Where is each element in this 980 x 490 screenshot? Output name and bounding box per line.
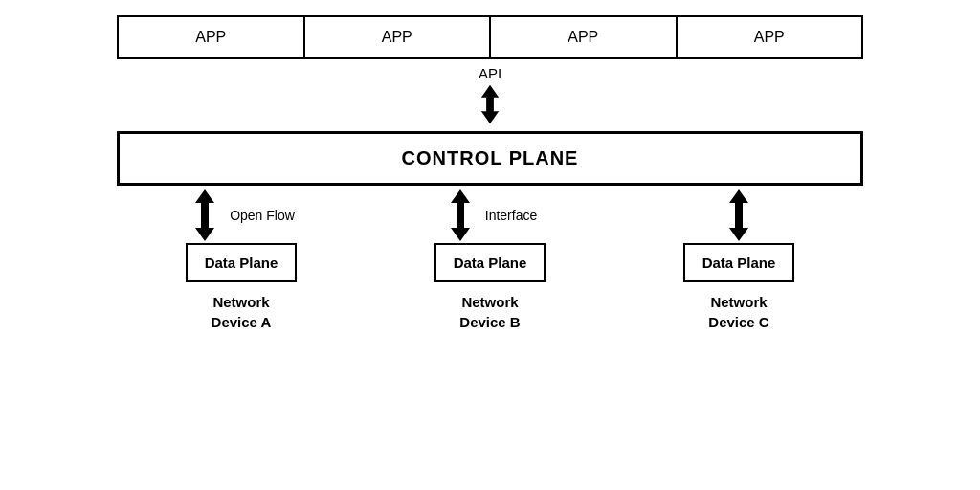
device-b-arrow-icon — [443, 188, 478, 243]
api-label: API — [479, 65, 501, 81]
device-label-b: NetworkDevice B — [459, 292, 520, 332]
data-plane-box-a: Data Plane — [186, 243, 298, 282]
device-a-arrow-section: Open Flow — [136, 188, 346, 243]
app-box-4: APP — [678, 17, 862, 57]
app-row: APP APP APP APP — [117, 15, 863, 59]
device-b-arrow-section: Interface — [385, 188, 595, 243]
app-box-3: APP — [491, 17, 678, 57]
device-label-c: NetworkDevice C — [708, 292, 768, 332]
app-box-2: APP — [305, 17, 492, 57]
data-plane-box-b: Data Plane — [434, 243, 546, 282]
device-a-arrow-icon — [188, 188, 222, 243]
interface-label: Interface — [485, 208, 537, 223]
svg-marker-5 — [451, 203, 470, 241]
api-section: API — [473, 65, 507, 125]
api-arrow-icon — [473, 83, 507, 125]
device-c-arrow-icon — [722, 188, 756, 243]
data-plane-box-c: Data Plane — [683, 243, 795, 282]
device-c-arrow-section — [634, 188, 844, 243]
open-flow-label: Open Flow — [230, 208, 295, 223]
app-box-1: APP — [119, 17, 305, 57]
data-plane-row: Data Plane NetworkDevice A Data Plane Ne… — [117, 243, 863, 332]
svg-marker-3 — [195, 203, 214, 241]
device-label-a: NetworkDevice A — [212, 292, 272, 332]
svg-marker-1 — [481, 98, 499, 124]
diagram: APP APP APP APP API CONTROL PLANE Open F… — [59, 15, 921, 475]
control-plane-box: CONTROL PLANE — [117, 131, 863, 186]
svg-marker-7 — [729, 203, 748, 241]
arrows-labels-row: Open Flow Interface — [117, 188, 863, 243]
